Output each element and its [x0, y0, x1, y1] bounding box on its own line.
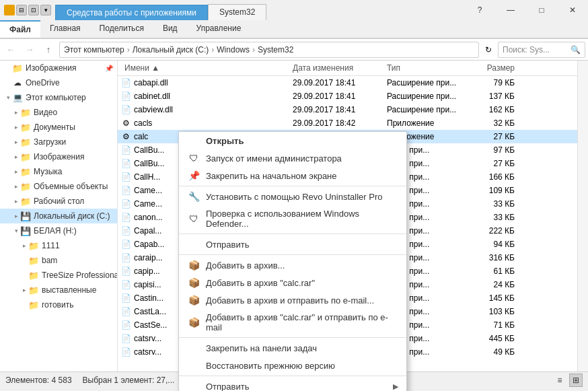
help-button[interactable]: ?: [464, 0, 495, 20]
drive-icon: 💾: [20, 211, 31, 221]
dll-icon: 📄: [120, 145, 131, 155]
file-size: 71 КБ: [468, 320, 521, 330]
sidebar-item-desktop[interactable]: ▸ 📁 Рабочий стол: [0, 194, 117, 209]
ctx-label: Открыть: [206, 136, 244, 146]
exe-icon: ⚙: [120, 131, 131, 142]
expand-arrow: ▸: [12, 197, 20, 205]
file-name: capisi...: [134, 280, 161, 289]
file-type: Приложение: [387, 118, 468, 128]
path-windows[interactable]: Windows: [217, 45, 250, 55]
dll-icon: 📄: [120, 104, 131, 115]
minimize-button[interactable]: —: [495, 0, 526, 20]
tab-share[interactable]: Поделиться: [90, 20, 153, 38]
sidebar-item-music[interactable]: ▸ 📁 Музыка: [0, 164, 117, 179]
status-total: Элементов: 4 583: [5, 376, 72, 385]
file-name: cabinet.dll: [134, 92, 170, 101]
revo-icon: 🔧: [187, 191, 200, 202]
sidebar-item-thispc[interactable]: ▾ 💻 Этот компьютер: [0, 90, 117, 105]
sidebar-item-onedrive[interactable]: ☁ OneDrive: [0, 75, 117, 90]
sidebar-item-1111[interactable]: ▸ 📁 1111: [0, 238, 117, 253]
scrollbar-track[interactable]: [577, 61, 588, 371]
ctx-open[interactable]: Открыть: [179, 132, 406, 149]
ctx-add-archive[interactable]: 📦 Добавить в архив...: [179, 256, 406, 274]
sidebar-item-3d[interactable]: ▸ 📁 Объемные объекты: [0, 179, 117, 194]
sidebar-item-images2[interactable]: ▸ 📁 Изображения: [0, 149, 117, 164]
sidebar-label: bam: [42, 256, 57, 265]
sidebar-item-bam[interactable]: 📁 bam: [0, 253, 117, 268]
ctx-defender[interactable]: 🛡 Проверка с использованием Windows Defe…: [179, 205, 406, 232]
ctx-revo[interactable]: 🔧 Установить с помощью Revo Uninstaller …: [179, 188, 406, 205]
tab-file[interactable]: Файл: [0, 20, 40, 38]
tb-small-btn3[interactable]: ▾: [40, 5, 51, 15]
file-name: canon...: [134, 213, 163, 222]
view-list-button[interactable]: ≡: [553, 374, 566, 387]
forward-button[interactable]: →: [22, 42, 38, 58]
ctx-restore-version[interactable]: Восстановить прежнюю версию: [179, 357, 406, 374]
title-bar-controls: ? — □ ✕: [464, 0, 588, 20]
path-computer[interactable]: Этот компьютер: [64, 45, 124, 55]
sidebar-label: Загрузки: [34, 137, 66, 147]
dll-icon: 📄: [120, 252, 131, 263]
tab-home[interactable]: Главная: [40, 20, 90, 38]
ctx-add-archive-calc[interactable]: 📦 Добавить в архив "calc.rar": [179, 274, 406, 291]
ctx-sendto-sub[interactable]: Отправить ▶: [179, 378, 406, 391]
col-header-name[interactable]: Имени ▲: [118, 63, 293, 73]
refresh-button[interactable]: ↻: [482, 43, 495, 57]
view-detail-button[interactable]: ⊞: [569, 374, 583, 387]
file-row[interactable]: 📄 cabapi.dll 29.09.2017 18:41 Расширение…: [118, 76, 577, 90]
restore-icon: [187, 360, 200, 371]
ctx-pin-start[interactable]: 📌 Закрепить на начальном экране: [179, 167, 406, 184]
tab-manage[interactable]: Управление: [187, 20, 251, 38]
file-row[interactable]: 📄 cabview.dll 29.09.2017 18:41 Расширени…: [118, 103, 577, 116]
back-button[interactable]: ←: [3, 42, 19, 58]
path-drive[interactable]: Локальный диск (C:): [133, 45, 209, 55]
search-box[interactable]: Поиск: Sys... 🔍: [498, 42, 585, 58]
tab-system32[interactable]: System32: [208, 4, 266, 20]
ctx-send-to[interactable]: Отправить: [179, 236, 406, 253]
cloud-icon: ☁: [12, 77, 23, 88]
tb-small-btn1[interactable]: ⊟: [16, 5, 27, 15]
sidebar-item-belaya[interactable]: ▾ 💾 БЕЛАЯ (Н:): [0, 223, 117, 238]
file-name: Castin...: [134, 293, 163, 303]
sidebar-label: БЕЛАЯ (Н:): [34, 226, 77, 236]
col-header-size[interactable]: Размер: [468, 63, 521, 73]
file-row[interactable]: 📄 cabinet.dll 29.09.2017 18:41 Расширени…: [118, 90, 577, 103]
sidebar-label: TreeSize Professional: [42, 271, 118, 280]
tb-small-btn2[interactable]: ⊡: [28, 5, 39, 15]
ctx-pin-taskbar[interactable]: Закрепить на панели задач: [179, 339, 406, 357]
tab-manage[interactable]: Средства работы с приложениями: [55, 5, 208, 20]
file-size: 24 КБ: [468, 280, 521, 289]
ctx-add-archive-email[interactable]: 📦 Добавить в архив и отправить по e-mail…: [179, 291, 406, 309]
dll-icon: 📄: [120, 266, 131, 277]
file-name: CastSe...: [134, 320, 167, 330]
folder-icon: 📁: [20, 151, 31, 162]
tab-view[interactable]: Вид: [153, 20, 187, 38]
sidebar-item-downloads[interactable]: ▸ 📁 Загрузки: [0, 135, 117, 149]
col-header-type[interactable]: Тип: [387, 63, 468, 73]
sidebar-item-treesize[interactable]: 📁 TreeSize Professional: [0, 268, 117, 283]
sidebar-item-exhibited[interactable]: ▸ 📁 выставленные: [0, 283, 117, 297]
sidebar-item-images-pin[interactable]: 📁 Изображения 📌: [0, 61, 117, 75]
path-sep3: ›: [252, 45, 255, 55]
expand-arrow: ▸: [12, 182, 20, 190]
sidebar-item-localc[interactable]: ▸ 💾 Локальный диск (С:): [0, 209, 117, 223]
sidebar-item-docs[interactable]: ▸ 📁 Документы: [0, 120, 117, 135]
up-button[interactable]: ↑: [40, 42, 57, 58]
file-size: 27 КБ: [468, 159, 521, 168]
folder-icon: 📁: [28, 299, 39, 310]
maximize-button[interactable]: □: [526, 0, 557, 20]
ctx-run-as-admin[interactable]: 🛡 Запуск от имени администратора: [179, 149, 406, 167]
ctx-label: Проверка с использованием Windows Defend…: [206, 209, 398, 229]
address-path[interactable]: Этот компьютер › Локальный диск (C:) › W…: [59, 42, 479, 58]
col-header-date[interactable]: Дата изменения: [293, 63, 387, 73]
sidebar-item-video[interactable]: ▸ 📁 Видео: [0, 105, 117, 120]
file-list-header[interactable]: Имени ▲ Дата изменения Тип Размер: [118, 61, 577, 76]
sidebar-item-cook[interactable]: 📁 готовить: [0, 297, 117, 312]
dll-icon: 📄: [120, 347, 131, 357]
ctx-sep5: [179, 376, 406, 376]
expand-arrow: [20, 271, 28, 279]
path-system32[interactable]: System32: [258, 45, 293, 55]
file-row[interactable]: ⚙ cacls 29.09.2017 18:42 Приложение 32 К…: [118, 116, 577, 130]
ctx-add-archive-calc-email[interactable]: 📦 Добавить в архив "calc.rar" и отправит…: [179, 309, 406, 336]
close-button[interactable]: ✕: [557, 0, 588, 20]
